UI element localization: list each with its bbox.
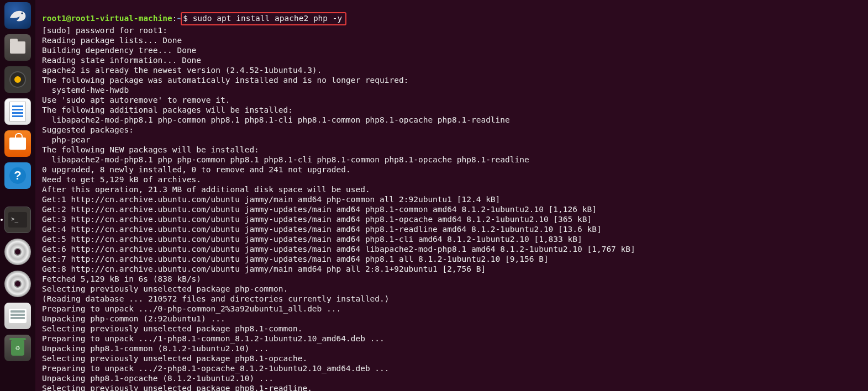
terminal-output-line: Preparing to unpack .../1-php8.1-common_… [42, 334, 864, 344]
command-highlight-box: $ sudo apt install apache2 php -y [181, 12, 346, 25]
terminal-output-line: Use 'sudo apt autoremove' to remove it. [42, 95, 864, 105]
terminal-output-line: Reading state information... Done [42, 55, 864, 65]
terminal-output-line: Preparing to unpack .../0-php-common_2%3… [42, 304, 864, 314]
terminal-output-line: Selecting previously unselected package … [42, 284, 864, 294]
terminal-output-line: Reading package lists... Done [42, 35, 864, 45]
svg-point-0 [21, 12, 23, 14]
disc-icon-2[interactable] [4, 271, 31, 297]
terminal-output-line: Get:7 http://cn.archive.ubuntu.com/ubunt… [42, 254, 864, 264]
terminal-output-line: Selecting previously unselected package … [42, 324, 864, 334]
terminal-output-line: Selecting previously unselected package … [42, 353, 864, 363]
command-text: sudo apt install apache2 php -y [188, 14, 342, 23]
launcher-dock: ? [0, 0, 35, 391]
terminal-output-line: 0 upgraded, 8 newly installed, 0 to remo… [42, 165, 864, 175]
terminal-output-line: Get:8 http://cn.archive.ubuntu.com/ubunt… [42, 264, 864, 274]
terminal-output-line: systemd-hwe-hwdb [42, 85, 864, 95]
rhythmbox-icon[interactable] [4, 66, 31, 93]
terminal-output-line: Selecting previously unselected package … [42, 383, 864, 391]
terminal-output-line: Building dependency tree... Done [42, 45, 864, 55]
terminal-output-line: Need to get 5,129 kB of archives. [42, 175, 864, 184]
ubuntu-software-icon[interactable] [4, 130, 31, 157]
terminal-output-line: php-pear [42, 135, 864, 145]
prompt-line: root1@root1-virtual-machine:~$ sudo apt … [42, 12, 864, 25]
terminal-output-line: The following package was automatically … [42, 75, 864, 85]
terminal-output-line: Get:4 http://cn.archive.ubuntu.com/ubunt… [42, 224, 864, 234]
terminal-output-line: apache2 is already the newest version (2… [42, 65, 864, 75]
prompt-user-host: root1@root1-virtual-machine [42, 14, 172, 23]
terminal-output-line: Preparing to unpack .../2-php8.1-opcache… [42, 363, 864, 373]
terminal-output-line: Get:1 http://cn.archive.ubuntu.com/ubunt… [42, 194, 864, 204]
disc-icon-1[interactable] [4, 239, 31, 265]
terminal-output-line: Unpacking php8.1-opcache (8.1.2-1ubuntu2… [42, 373, 864, 383]
terminal-output-line: The following additional packages will b… [42, 105, 864, 115]
terminal-output-line: Get:2 http://cn.archive.ubuntu.com/ubunt… [42, 204, 864, 214]
terminal-output-line: Unpacking php8.1-common (8.1.2-1ubuntu2.… [42, 344, 864, 353]
terminal-output-line: After this operation, 21.3 MB of additio… [42, 184, 864, 194]
terminal-output-line: (Reading database ... 210572 files and d… [42, 294, 864, 304]
terminal-output-line: Get:3 http://cn.archive.ubuntu.com/ubunt… [42, 214, 864, 224]
terminal-pane[interactable]: root1@root1-virtual-machine:~$ sudo apt … [35, 0, 868, 391]
terminal-output: [sudo] password for root1:Reading packag… [42, 25, 864, 391]
terminal-output-line: Fetched 5,129 kB in 6s (838 kB/s) [42, 274, 864, 284]
terminal-icon[interactable] [4, 207, 31, 233]
disks-icon[interactable] [4, 303, 31, 329]
terminal-output-line: libapache2-mod-php8.1 php-common php8.1 … [42, 115, 864, 125]
terminal-output-line: Suggested packages: [42, 125, 864, 135]
libreoffice-writer-icon[interactable] [4, 98, 31, 125]
thunderbird-icon[interactable] [4, 2, 31, 29]
terminal-output-line: Get:5 http://cn.archive.ubuntu.com/ubunt… [42, 234, 864, 244]
help-icon[interactable]: ? [4, 162, 31, 189]
files-icon[interactable] [4, 34, 31, 61]
terminal-output-line: Get:6 http://cn.archive.ubuntu.com/ubunt… [42, 244, 864, 254]
terminal-output-line: Unpacking php-common (2:92ubuntu1) ... [42, 314, 864, 324]
terminal-output-line: The following NEW packages will be insta… [42, 145, 864, 155]
trash-icon[interactable] [4, 335, 31, 361]
terminal-output-line: [sudo] password for root1: [42, 25, 864, 35]
terminal-output-line: libapache2-mod-php8.1 php php-common php… [42, 155, 864, 165]
